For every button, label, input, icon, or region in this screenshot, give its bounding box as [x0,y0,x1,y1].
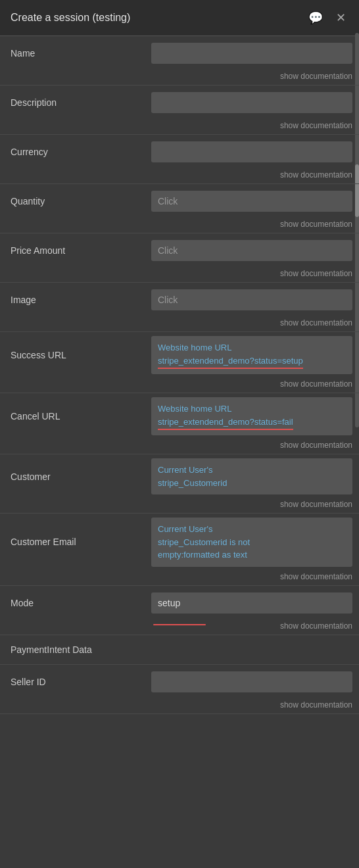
label-name: Name [0,36,145,70]
doc-mode[interactable]: show documentation [280,621,352,631]
complex-success-url[interactable]: Website home URLstripe_extendend_demo?st… [151,336,352,374]
input-name[interactable] [151,43,352,64]
field-customer-email: Customer Email Current User'sstripe_Cust… [0,514,359,586]
field-quantity: Quantity Click show documentation [0,184,359,233]
value-customer[interactable]: Current User'sstripe_Customerid [145,454,359,498]
cancel-url-underline: stripe_extendend_demo?status=fail [158,416,293,431]
input-mode[interactable] [151,592,352,614]
value-mode[interactable] [145,586,359,620]
doc-price-amount[interactable]: show documentation [280,269,352,278]
label-price-amount: Price Amount [0,233,145,268]
field-name: Name show documentation [0,36,359,85]
label-currency: Currency [0,135,145,169]
value-success-url[interactable]: Website home URLstripe_extendend_demo?st… [145,332,359,378]
cancel-url-prefix: Website home URL [158,404,231,414]
doc-image[interactable]: show documentation [280,318,352,327]
value-description[interactable] [145,85,359,120]
doc-seller-id[interactable]: show documentation [280,700,352,710]
complex-customer[interactable]: Current User'sstripe_Customerid [151,458,352,494]
value-customer-email[interactable]: Current User'sstripe_Customerid is notem… [145,514,359,571]
success-url-prefix: Website home URL [158,343,231,352]
label-mode: Mode [0,586,145,620]
doc-currency[interactable]: show documentation [280,170,352,180]
close-icon: ✕ [336,11,346,24]
field-success-url: Success URL Website home URLstripe_exten… [0,332,359,393]
doc-customer[interactable]: show documentation [280,500,352,509]
field-customer: Customer Current User'sstripe_Customerid… [0,454,359,514]
field-price-amount: Price Amount Click show documentation [0,233,359,283]
complex-cancel-url[interactable]: Website home URLstripe_extendend_demo?st… [151,397,352,435]
label-customer-email: Customer Email [0,514,145,571]
label-success-url: Success URL [0,332,145,378]
doc-cancel-url[interactable]: show documentation [280,441,352,450]
field-seller-id: Seller ID show documentation [0,665,359,714]
success-url-underline: stripe_extendend_demo?status=setup [158,354,303,370]
field-mode: Mode show documentation [0,586,359,635]
modal-title: Create a session (testing) [11,12,130,24]
value-quantity[interactable]: Click [145,184,359,218]
value-currency[interactable] [145,135,359,169]
header-icons: 💬 ✕ [306,9,348,26]
customer-value: Current User'sstripe_Customerid [158,465,227,488]
modal-container: Create a session (testing) 💬 ✕ Name show… [0,0,359,868]
input-currency[interactable] [151,141,352,162]
label-description: Description [0,85,145,120]
form-body: Name show documentation Description show… [0,36,359,714]
modal-header: Create a session (testing) 💬 ✕ [0,0,359,36]
input-seller-id[interactable] [151,671,352,692]
doc-quantity[interactable]: show documentation [280,220,352,229]
label-cancel-url: Cancel URL [0,393,145,439]
customer-email-value: Current User'sstripe_Customerid is notem… [158,524,250,560]
field-currency: Currency show documentation [0,135,359,184]
comment-icon: 💬 [308,11,323,24]
click-price-amount[interactable]: Click [151,240,352,261]
doc-success-url[interactable]: show documentation [280,379,352,389]
click-image[interactable]: Click [151,289,352,310]
label-quantity: Quantity [0,184,145,218]
section-paymentintent-data: PaymentIntent Data [0,635,359,665]
value-image[interactable]: Click [145,283,359,317]
comment-button[interactable]: 💬 [306,9,325,26]
close-button[interactable]: ✕ [333,9,348,26]
label-customer: Customer [0,454,145,498]
label-seller-id: Seller ID [0,665,145,699]
complex-customer-email[interactable]: Current User'sstripe_Customerid is notem… [151,518,352,567]
value-cancel-url[interactable]: Website home URLstripe_extendend_demo?st… [145,393,359,439]
value-price-amount[interactable]: Click [145,233,359,268]
field-image: Image Click show documentation [0,283,359,332]
value-seller-id[interactable] [145,665,359,699]
doc-name[interactable]: show documentation [280,72,352,81]
section-paymentintent-label: PaymentIntent Data [11,644,92,655]
field-description: Description show documentation [0,85,359,135]
doc-description[interactable]: show documentation [280,121,352,130]
doc-customer-email[interactable]: show documentation [280,572,352,581]
click-quantity[interactable]: Click [151,191,352,212]
value-name[interactable] [145,36,359,70]
label-image: Image [0,283,145,317]
input-description[interactable] [151,92,352,113]
field-cancel-url: Cancel URL Website home URLstripe_extend… [0,393,359,454]
